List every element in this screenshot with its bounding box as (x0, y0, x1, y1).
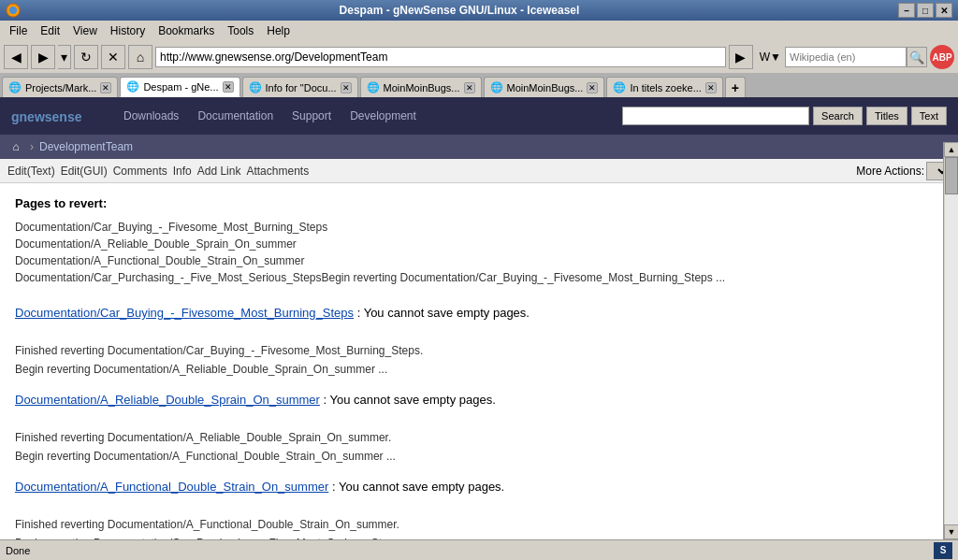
section-1-msg-2: Begin reverting Documentation/A_Reliable… (15, 361, 943, 378)
tab-favicon-6: 🌐 (613, 81, 626, 94)
tab-titels[interactable]: 🌐 In titels zoeke... ✕ (606, 77, 722, 97)
wiki-titles-button[interactable]: Titles (866, 107, 907, 125)
section-1-msg-1: Finished reverting Documentation/Car_Buy… (15, 342, 943, 359)
tab-favicon-4: 🌐 (367, 81, 380, 94)
window-controls: – □ ✕ (898, 3, 952, 18)
tab-label-3: Info for "Docu... (266, 82, 337, 93)
nav-development[interactable]: Development (350, 109, 416, 122)
new-tab-button[interactable]: + (725, 77, 746, 97)
status-logo: S (934, 542, 952, 559)
home-button[interactable]: ⌂ (128, 45, 152, 69)
section-1-error-msg: You cannot save empty pages. (364, 306, 530, 320)
doc-link-3[interactable]: Documentation/A_Functional_Double_Strain… (15, 480, 328, 494)
wiki-text-button[interactable]: Text (911, 107, 947, 125)
add-link-link[interactable]: Add Link (197, 165, 241, 178)
edit-text-link[interactable]: Edit(Text) (7, 165, 55, 178)
home-icon[interactable]: ⌂ (7, 138, 24, 155)
section-2-msg-1: Finished reverting Documentation/A_Relia… (15, 429, 943, 446)
page-line-1: Documentation/Car_Buying_-_Fivesome_Most… (15, 219, 943, 236)
scroll-thumb[interactable] (945, 157, 958, 194)
tab-label-2: Despam - gNe... (143, 81, 218, 93)
doc-link-2[interactable]: Documentation/A_Reliable_Double_Sprain_O… (15, 393, 320, 407)
nav-support[interactable]: Support (292, 109, 331, 122)
tab-info[interactable]: 🌐 Info for "Docu... ✕ (242, 77, 358, 97)
wiki-search-button[interactable]: Search (813, 107, 863, 125)
tab-label-1: Projects/Mark... (25, 82, 96, 93)
section-2-link-line: Documentation/A_Reliable_Double_Sprain_O… (15, 391, 943, 409)
adblock-button[interactable]: ABP (930, 45, 954, 69)
tab-close-5[interactable]: ✕ (587, 82, 598, 93)
nav-documentation[interactable]: Documentation (197, 109, 273, 122)
breadcrumb-bar: ⌂ › DevelopmentTeam (0, 135, 958, 159)
forward-dropdown[interactable]: ▾ (58, 45, 71, 69)
minimize-button[interactable]: – (898, 3, 915, 18)
menu-tools[interactable]: Tools (222, 22, 259, 39)
close-button[interactable]: ✕ (936, 3, 952, 18)
back-button[interactable]: ◀ (4, 45, 28, 69)
breadcrumb-page[interactable]: DevelopmentTeam (39, 140, 133, 153)
scrollbar[interactable]: ▲ ▼ (943, 142, 958, 539)
search-submit-button[interactable]: 🔍 (907, 47, 927, 67)
menu-history[interactable]: History (105, 22, 151, 39)
titlebar: Despam - gNewSense GNU/Linux - Iceweasel… (0, 0, 958, 21)
status-text: Done (6, 545, 926, 556)
svg-point-1 (9, 7, 17, 14)
tab-label-5: MoinMoinBugs... (507, 82, 584, 93)
svg-text:gnewsense: gnewsense (11, 109, 82, 124)
section-3-msg-1: Finished reverting Documentation/A_Funct… (15, 516, 943, 533)
tab-despam[interactable]: 🌐 Despam - gNe... ✕ (120, 77, 240, 97)
menu-help[interactable]: Help (261, 22, 296, 39)
menu-edit[interactable]: Edit (35, 22, 65, 39)
section-2-msg-2: Begin reverting Documentation/A_Function… (15, 448, 943, 465)
doc-link-1[interactable]: Documentation/Car_Buying_-_Fivesome_Most… (15, 306, 354, 320)
section-3-link-line: Documentation/A_Functional_Double_Strain… (15, 478, 943, 496)
search-input[interactable] (785, 47, 907, 67)
tab-favicon-5: 🌐 (490, 81, 503, 94)
tab-close-2[interactable]: ✕ (223, 81, 234, 93)
url-bar[interactable] (155, 47, 726, 67)
edit-gui-link[interactable]: Edit(GUI) (61, 165, 108, 178)
nav-downloads[interactable]: Downloads (123, 109, 179, 122)
tab-close-1[interactable]: ✕ (100, 82, 111, 93)
statusbar: Done S (0, 539, 958, 560)
site-header: gnewsense Downloads Documentation Suppor… (0, 97, 958, 135)
tab-close-6[interactable]: ✕ (705, 82, 717, 93)
tab-moinmoin2[interactable]: 🌐 MoinMoinBugs... ✕ (484, 77, 605, 97)
tab-projects-mark[interactable]: 🌐 Projects/Mark... ✕ (2, 77, 118, 97)
more-actions-label: More Actions: (856, 165, 924, 178)
maximize-button[interactable]: □ (917, 3, 934, 18)
page-line-4: Documentation/Car_Purchasing_-_Five_Most… (15, 269, 943, 286)
stop-button[interactable]: ✕ (101, 45, 125, 69)
go-button[interactable]: ▶ (729, 45, 753, 69)
scroll-track (945, 157, 958, 524)
forward-button[interactable]: ▶ (31, 45, 55, 69)
scroll-up-button[interactable]: ▲ (944, 142, 958, 157)
tab-close-3[interactable]: ✕ (341, 82, 352, 93)
section-1-error: : (357, 306, 364, 320)
tabsbar: 🌐 Projects/Mark... ✕ 🌐 Despam - gNe... ✕… (0, 73, 958, 97)
section-3-error-msg: You cannot save empty pages. (339, 480, 504, 494)
info-link[interactable]: Info (173, 165, 192, 178)
revert-section-1: Documentation/Car_Buying_-_Fivesome_Most… (15, 304, 943, 378)
menubar: File Edit View History Bookmarks Tools H… (0, 21, 958, 41)
titlebar-left (6, 3, 21, 18)
breadcrumb-separator: › (30, 140, 34, 153)
tab-favicon-1: 🌐 (8, 81, 22, 94)
tab-label-6: In titels zoeke... (630, 82, 701, 93)
tab-moinmoin1[interactable]: 🌐 MoinMoinBugs... ✕ (360, 77, 482, 97)
attachments-link[interactable]: Attachments (246, 165, 309, 178)
reload-button[interactable]: ↻ (74, 45, 98, 69)
section-2-error-msg: You cannot save empty pages. (330, 393, 496, 407)
content-area: Pages to revert: Documentation/Car_Buyin… (0, 183, 958, 560)
tab-close-4[interactable]: ✕ (464, 82, 475, 93)
menu-view[interactable]: View (67, 22, 103, 39)
menu-file[interactable]: File (4, 22, 33, 39)
wiki-search-input[interactable] (622, 107, 809, 125)
tab-label-4: MoinMoinBugs... (384, 82, 460, 93)
menu-bookmarks[interactable]: Bookmarks (152, 22, 220, 39)
tab-favicon-2: 🌐 (126, 80, 139, 93)
scroll-down-button[interactable]: ▼ (944, 524, 958, 539)
section-2-error: : (324, 393, 330, 407)
navbar: ◀ ▶ ▾ ↻ ✕ ⌂ ▶ W▼ 🔍 ABP (0, 41, 958, 73)
comments-link[interactable]: Comments (113, 165, 167, 178)
